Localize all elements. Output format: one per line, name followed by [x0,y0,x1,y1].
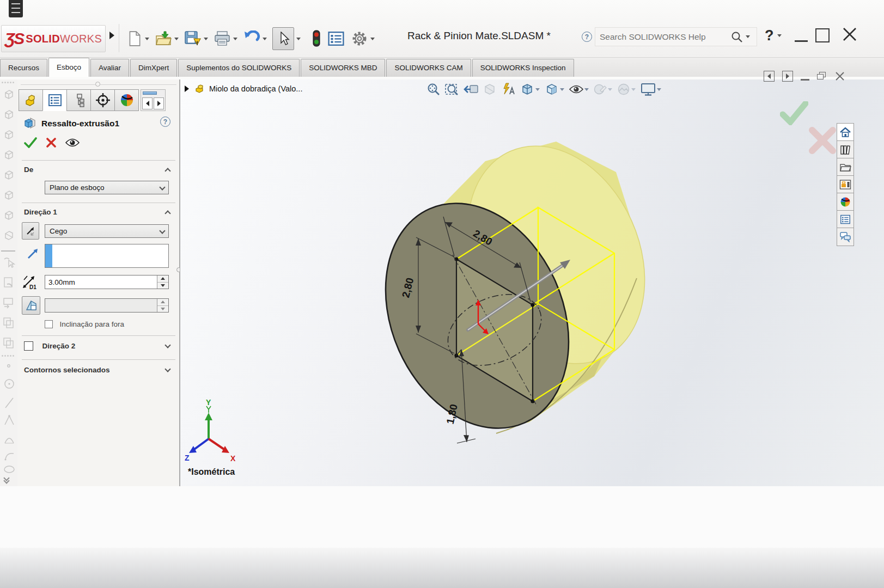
zoom-to-fit-button[interactable] [426,82,441,96]
search-input[interactable] [599,32,730,42]
group-dir1-label[interactable]: Direção 1 [24,208,57,216]
view-settings-button[interactable] [640,82,662,96]
group-contours-label[interactable]: Contornos selecionados [24,366,110,374]
group-dir2-label[interactable]: Direção 2 [42,342,75,350]
edit-appearance-caret[interactable] [608,88,612,91]
child-restore-button[interactable] [817,72,827,81]
tab-dimxpert[interactable]: DimXpert [130,59,177,77]
tab-suplementos[interactable]: Suplementos do SOLIDWORKS [178,59,300,77]
draft-spin-up[interactable] [157,299,168,306]
toolbar-grip[interactable] [2,82,14,83]
annotation-views-button[interactable] [501,82,516,96]
group-contours-expand-icon[interactable] [164,366,170,372]
assembly-cube-icon-6[interactable] [2,189,15,202]
maximize-button[interactable] [815,28,830,42]
expand-toolbar-chevrons-icon[interactable] [4,476,9,483]
previous-view-button[interactable] [464,82,479,96]
task-pane-file-explorer-tab[interactable] [837,158,853,176]
assembly-cube-icon-5[interactable] [2,169,15,182]
draft-outward-checkbox[interactable] [45,320,53,328]
task-pane-view-palette-tab[interactable] [837,176,853,193]
tab-scroll-left[interactable] [142,97,153,109]
corner-tool-icon[interactable] [3,414,15,427]
assembly-cube-icon-4[interactable] [2,149,15,162]
apply-scene-button[interactable] [617,82,636,96]
ellipse-tool-icon[interactable] [3,464,16,475]
point-tool-icon[interactable] [5,363,12,369]
apply-scene-caret[interactable] [631,88,636,91]
tab-configurationmanager[interactable] [66,89,91,111]
group-dir2-expand-icon[interactable] [164,342,170,348]
ok-button[interactable] [24,137,37,148]
task-pane-appearances-tab[interactable] [837,193,853,211]
display-style-caret[interactable] [560,88,564,91]
view-settings-caret[interactable] [657,88,661,91]
tools-page-icon[interactable] [2,276,15,289]
assembly-cube-icon-1[interactable] [2,88,15,101]
faded-cancel-overlay-icon[interactable] [808,126,837,155]
hide-show-caret[interactable] [584,88,589,91]
flyout-feature-tree[interactable]: Miolo da dobradiça (Valo... [185,84,302,94]
tab-featuremanager-tree[interactable] [19,89,43,111]
group-dir1-collapse-icon[interactable] [164,210,170,216]
search-caret[interactable] [746,35,750,38]
tab-scroll-thumb[interactable] [143,91,157,95]
tab-recursos[interactable]: Recursos [0,59,47,77]
tab-propertymanager[interactable] [42,89,67,111]
depth-input[interactable] [45,275,157,289]
sketch-cube-icon[interactable] [2,229,15,242]
new-document-caret[interactable] [145,38,149,40]
undo-button[interactable] [243,30,270,47]
display-style-button[interactable] [544,82,565,97]
task-pane-custom-properties-tab[interactable] [837,211,853,228]
pane-left-button[interactable] [764,71,775,82]
monitor-export-icon[interactable] [2,296,15,309]
minimize-button[interactable] [795,40,808,42]
assembly-cube-icon-3[interactable] [2,128,15,142]
print-button[interactable] [214,30,241,47]
close-button[interactable] [842,26,858,42]
help-menu-button[interactable]: ? [765,27,785,44]
undo-caret[interactable] [263,38,267,40]
tree-expand-icon[interactable] [185,85,189,92]
hide-show-items-button[interactable] [569,84,589,95]
tab-dimxpertmanager[interactable] [90,89,115,111]
view-orientation-button[interactable] [520,82,540,97]
panel-grip-handle[interactable] [95,82,100,87]
window-corner-icon[interactable] [9,0,23,17]
layers-copy-icon-1[interactable] [2,316,15,329]
faded-ok-overlay-icon[interactable] [780,101,808,125]
select-tool-button[interactable] [272,27,304,50]
from-dropdown[interactable]: Plano de esboço [45,181,169,194]
flyout-part-label[interactable]: Miolo da dobradiça (Valo... [209,84,302,93]
search-icon[interactable] [730,30,743,44]
child-minimize-button[interactable] [801,79,809,81]
task-pane-forum-tab[interactable] [837,228,853,246]
save-button[interactable] [184,30,211,47]
feature-help-icon[interactable]: ? [160,117,170,127]
tab-esboco[interactable]: Esboço [48,58,89,77]
group-from-collapse-icon[interactable] [164,168,170,174]
assembly-cube-icon-7[interactable] [2,209,15,222]
draft-spin-down[interactable] [157,306,168,313]
arc-tool-icon-1[interactable] [3,432,15,445]
open-button[interactable] [155,30,182,47]
tab-displaymanager[interactable] [114,89,139,111]
menu-flyout-arrow-icon[interactable] [109,32,114,39]
rebuild-button[interactable] [312,30,321,47]
line-tool-icon[interactable] [4,396,15,409]
group-from-label[interactable]: De [24,166,33,174]
options-button[interactable] [351,30,378,47]
direction-reference-selection-box[interactable] [45,244,169,268]
reverse-direction-button[interactable] [22,222,39,240]
child-close-button[interactable] [834,71,845,82]
assembly-cube-icon-2[interactable] [2,108,15,121]
layers-copy-icon-2[interactable] [2,336,15,350]
select-tool-pressed[interactable] [272,27,294,50]
file-properties-button[interactable] [328,31,344,46]
view-orientation-caret[interactable] [535,88,540,91]
zoom-to-area-button[interactable] [444,82,460,96]
preview-eye-button[interactable] [65,138,80,148]
depth-spin-down[interactable] [157,283,168,289]
save-caret[interactable] [204,38,208,40]
